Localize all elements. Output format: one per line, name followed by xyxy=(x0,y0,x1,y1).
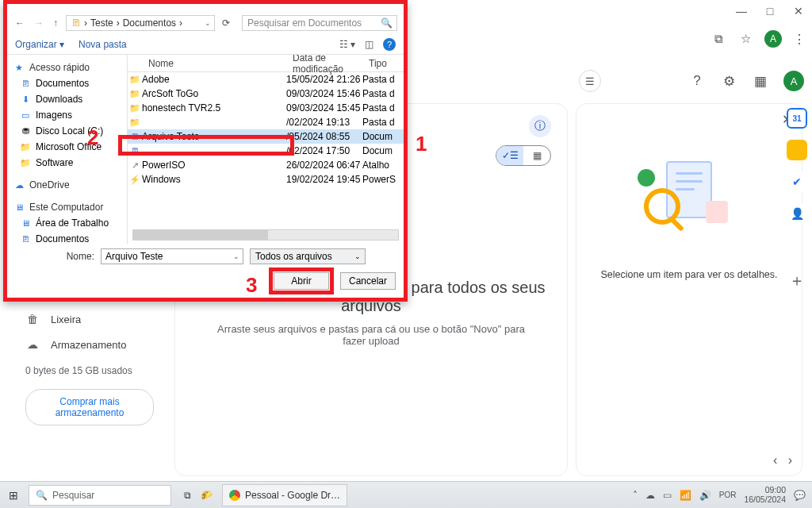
file-row[interactable]: 📁Adobe15/05/2024 21:26Pasta d xyxy=(128,72,404,87)
file-name: ArcSoft ToGo xyxy=(142,88,286,99)
cancel-button[interactable]: Cancelar xyxy=(340,272,396,290)
organize-menu[interactable]: Organizar ▾ xyxy=(15,39,64,50)
view-switch[interactable]: ✓☰ ▦ xyxy=(496,145,551,166)
taskbar-app-chrome[interactable]: Pessoal - Google Dr… xyxy=(222,484,347,506)
tray-notifications-icon[interactable]: 💬 xyxy=(794,490,806,501)
help-icon[interactable]: ? xyxy=(383,38,396,51)
tree-onedrive[interactable]: ☁OneDrive xyxy=(7,177,127,193)
file-name: PowerISO xyxy=(142,160,286,171)
breadcrumb[interactable]: 🖹 › Teste › Documentos › ⌄ ⟳ xyxy=(66,15,215,31)
column-date[interactable]: Data de modificação xyxy=(286,55,362,75)
tree-this-pc[interactable]: 🖥Este Computador xyxy=(7,199,127,215)
file-name: Windows xyxy=(142,174,286,185)
file-row[interactable]: ↗PowerISO26/02/2024 06:47Atalho xyxy=(128,158,404,172)
file-type: Pasta d xyxy=(362,88,404,99)
tray-network-icon[interactable]: 📶 xyxy=(680,490,691,501)
help-icon[interactable]: ? xyxy=(688,72,706,90)
tree-quick-access[interactable]: ★ Acesso rápido xyxy=(7,60,127,75)
tree-item[interactable]: ⛃Disco Local (C:) xyxy=(7,123,127,139)
sidebar-item-storage[interactable]: ☁ Armazenamento xyxy=(14,332,165,357)
settings-gear-icon[interactable]: ⚙ xyxy=(720,72,737,90)
file-date: 15/05/2024 21:26 xyxy=(286,74,362,85)
cloud-icon: ☁ xyxy=(25,338,40,351)
folder-icon: 📁 xyxy=(128,103,142,114)
tree-item[interactable]: 📁Microsoft Office xyxy=(7,139,127,155)
file-type-filter[interactable]: Todos os arquivos ⌄ xyxy=(250,248,366,264)
window-close[interactable]: ✕ xyxy=(793,5,804,17)
horizontal-scrollbar[interactable] xyxy=(132,229,399,241)
tray-volume-icon[interactable]: 🔊 xyxy=(699,490,711,501)
search-filters-button[interactable]: ☰ xyxy=(579,70,601,92)
info-badge-icon[interactable]: ⓘ xyxy=(529,115,551,137)
start-button[interactable]: ⊞ xyxy=(0,482,27,509)
tree-item[interactable]: 🖹Documentos xyxy=(7,75,127,91)
folder-icon: 📁 xyxy=(128,75,142,85)
filename-label: Nome: xyxy=(63,251,94,262)
calendar-addon-icon[interactable]: 31 xyxy=(787,108,807,129)
browser-menu-icon[interactable]: ⋮ xyxy=(793,32,806,47)
view-mode-icon[interactable]: ☷ ▾ xyxy=(339,39,355,50)
taskbar-clock[interactable]: 09:00 16/05/2024 xyxy=(744,486,786,503)
file-row[interactable]: ⚡Windows19/02/2024 19:45PowerS xyxy=(128,172,404,187)
file-date: 26/02/2024 06:47 xyxy=(286,160,362,171)
tree-item[interactable]: ⬇Downloads xyxy=(7,91,127,107)
tree-item[interactable]: 🖹Documentos xyxy=(7,231,127,244)
nav-forward-icon[interactable]: → xyxy=(33,17,45,29)
tree-item[interactable]: 🖥Área de Trabalho xyxy=(7,215,127,231)
file-row[interactable]: 📁/02/2024 19:13Pasta d xyxy=(128,115,404,129)
account-avatar[interactable]: A xyxy=(783,71,804,91)
taskbar-search[interactable]: 🔍 Pesquisar xyxy=(29,485,171,506)
tree-item[interactable]: ▭Imagens xyxy=(7,107,127,123)
preview-pane-icon[interactable]: ◫ xyxy=(365,39,373,50)
breadcrumb-folder[interactable]: Documentos xyxy=(123,17,176,29)
bookmark-star-icon[interactable]: ☆ xyxy=(737,31,753,47)
window-minimize[interactable]: — xyxy=(736,5,747,17)
nav-back-icon[interactable]: ← xyxy=(13,17,26,29)
details-panel: ✕ Selecione um item para ver os detalhes… xyxy=(576,103,802,476)
hero-subtitle: Arraste seus arquivos e pastas para cá o… xyxy=(213,323,530,347)
tree-item[interactable]: 📁Software xyxy=(7,155,127,171)
grid-view-icon[interactable]: ▦ xyxy=(523,146,550,165)
search-icon: 🔍 xyxy=(381,17,393,29)
file-type: Docum xyxy=(362,145,404,156)
nav-up-icon[interactable]: ↑ xyxy=(52,17,59,29)
annotation-highlight xyxy=(118,135,294,156)
tray-chevron-icon[interactable]: ˄ xyxy=(633,490,638,501)
breadcrumb-root[interactable]: Teste xyxy=(90,17,113,29)
tray-onedrive-icon[interactable]: ☁ xyxy=(645,490,655,501)
list-view-icon[interactable]: ✓☰ xyxy=(496,146,523,165)
folder-tree[interactable]: ★ Acesso rápido 🖹Documentos ⬇Downloads ▭… xyxy=(7,55,128,244)
callout-3: 3 xyxy=(246,273,257,298)
sidebar-item-trash[interactable]: 🗑 Lixeira xyxy=(14,306,165,332)
file-type: Pasta d xyxy=(362,102,404,114)
apps-grid-icon[interactable]: ▦ xyxy=(752,72,769,90)
search-icon: 🔍 xyxy=(36,490,48,501)
file-row[interactable]: 📁honestech TVR2.509/03/2024 15:45Pasta d xyxy=(128,101,404,115)
task-view-icon[interactable]: ⧉ xyxy=(179,490,196,501)
keep-addon-icon[interactable] xyxy=(787,140,807,160)
profile-avatar[interactable]: A xyxy=(764,30,782,48)
new-folder-button[interactable]: Nova pasta xyxy=(79,39,127,50)
tray-battery-icon[interactable]: ▭ xyxy=(663,490,672,501)
folder-icon: 🖹 xyxy=(71,17,81,29)
file-row[interactable]: 📁ArcSoft ToGo09/03/2024 15:46Pasta d xyxy=(128,87,404,101)
file-date: /02/2024 17:50 xyxy=(286,145,362,156)
tasks-addon-icon[interactable]: ✔ xyxy=(787,171,807,192)
window-maximize[interactable]: □ xyxy=(764,5,776,17)
dialog-search-input[interactable]: Pesquisar em Documentos 🔍 xyxy=(242,15,397,31)
callout-1: 1 xyxy=(416,132,427,156)
column-name[interactable]: Nome xyxy=(128,58,286,69)
contacts-addon-icon[interactable]: 👤 xyxy=(787,203,807,224)
refresh-icon[interactable]: ⟳ xyxy=(222,17,230,29)
add-addon-icon[interactable]: ＋ xyxy=(787,270,807,291)
open-button[interactable]: Abrir xyxy=(274,272,329,290)
taskbar-pin-icon[interactable]: 🌮 xyxy=(196,490,217,501)
install-icon[interactable]: ⧉ xyxy=(710,31,726,47)
file-type: Atalho xyxy=(362,160,404,171)
file-type: Pasta d xyxy=(362,117,404,128)
buy-storage-button[interactable]: Comprar mais armazenamento xyxy=(25,389,154,425)
column-type[interactable]: Tipo xyxy=(362,58,404,69)
tray-lang-icon[interactable]: POR xyxy=(719,491,737,499)
panel-collapse-icon[interactable]: ‹ › xyxy=(773,453,792,468)
filename-input[interactable]: Arquivo Teste ⌄ xyxy=(101,248,243,264)
